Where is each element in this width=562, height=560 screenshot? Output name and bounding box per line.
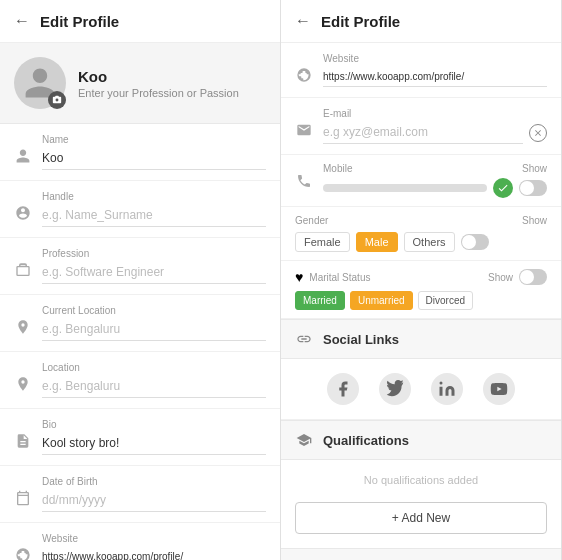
right-gender-show-toggle[interactable] — [461, 234, 489, 250]
profile-info: Koo Enter your Profession or Passion — [78, 68, 239, 99]
pin-icon — [14, 376, 32, 392]
work-experience-section-header: Work Experience — [281, 548, 561, 560]
right-email-icon — [295, 122, 313, 138]
profession-label: Profession — [42, 248, 266, 259]
marital-unmarried-btn[interactable]: Unmarried — [350, 291, 413, 310]
current-location-field-content: Current Location — [42, 305, 266, 341]
camera-badge[interactable] — [48, 91, 66, 109]
globe-icon — [14, 547, 32, 560]
right-mobile-verified-icon — [493, 178, 513, 198]
current-location-input[interactable] — [42, 318, 266, 341]
left-header-title: Edit Profile — [40, 13, 119, 30]
right-email-content: E-mail — [323, 108, 547, 144]
profession-input[interactable] — [42, 261, 266, 284]
facebook-icon[interactable] — [327, 373, 359, 405]
right-gender-buttons: Female Male Others — [295, 232, 455, 252]
qualifications-empty: No qualifications added — [281, 460, 561, 494]
youtube-icon[interactable] — [483, 373, 515, 405]
at-icon — [14, 205, 32, 221]
marital-show-toggle[interactable] — [519, 269, 547, 285]
right-gender-male-btn[interactable]: Male — [356, 232, 398, 252]
profile-tagline: Enter your Profession or Passion — [78, 87, 239, 99]
location-label: Location — [42, 362, 266, 373]
right-globe-icon — [295, 67, 313, 83]
profession-field-row: Profession — [0, 238, 280, 295]
right-website-input[interactable] — [323, 67, 547, 87]
handle-label: Handle — [42, 191, 266, 202]
dob-field-row: Date of Birth — [0, 466, 280, 523]
left-back-button[interactable]: ← — [14, 12, 30, 30]
person-icon — [14, 148, 32, 164]
social-links-section-header: Social Links — [281, 319, 561, 359]
handle-field-row: Handle — [0, 181, 280, 238]
marital-label: Marital Status — [309, 272, 370, 283]
right-email-label: E-mail — [323, 108, 547, 119]
website-input[interactable] — [42, 547, 266, 560]
right-phone-icon — [295, 173, 313, 189]
right-website-label: Website — [323, 53, 547, 64]
dob-input[interactable] — [42, 489, 266, 512]
dob-label: Date of Birth — [42, 476, 266, 487]
education-icon — [295, 431, 313, 449]
right-email-input[interactable] — [323, 121, 523, 144]
bio-input[interactable] — [42, 432, 266, 455]
current-location-label: Current Location — [42, 305, 266, 316]
social-links-row — [281, 359, 561, 420]
right-gender-field-row: Gender Show Female Male Others — [281, 207, 561, 261]
right-website-field-row: Website — [281, 43, 561, 98]
location-input[interactable] — [42, 375, 266, 398]
briefcase-icon — [14, 262, 32, 278]
right-mobile-show-label: Show — [522, 163, 547, 174]
website-field-content: Website — [42, 533, 266, 560]
right-website-content: Website — [323, 53, 547, 87]
left-header: ← Edit Profile — [0, 0, 280, 43]
current-location-field-row: Current Location — [0, 295, 280, 352]
linkedin-icon[interactable] — [431, 373, 463, 405]
right-mobile-label: Mobile — [323, 163, 352, 174]
right-mobile-field-row: Mobile Show — [281, 155, 561, 207]
name-label: Name — [42, 134, 266, 145]
name-input[interactable] — [42, 147, 266, 170]
right-gender-female-btn[interactable]: Female — [295, 232, 350, 252]
profile-section: Koo Enter your Profession or Passion — [0, 43, 280, 124]
handle-field-content: Handle — [42, 191, 266, 227]
avatar-wrap[interactable] — [14, 57, 66, 109]
right-header: ← Edit Profile — [281, 0, 561, 43]
qualifications-add-btn[interactable]: + Add New — [295, 502, 547, 534]
profile-name: Koo — [78, 68, 239, 85]
right-mobile-blurred-value — [323, 184, 487, 192]
profession-field-content: Profession — [42, 248, 266, 284]
marital-show-label: Show — [488, 272, 513, 283]
name-field-row: Name — [0, 124, 280, 181]
right-gender-label: Gender — [295, 215, 328, 226]
qualifications-section-header: Qualifications — [281, 420, 561, 460]
bio-icon — [14, 433, 32, 449]
qualifications-title: Qualifications — [323, 433, 409, 448]
link-icon — [295, 330, 313, 348]
location-field-content: Location — [42, 362, 266, 398]
right-email-field-row: E-mail — [281, 98, 561, 155]
name-field-content: Name — [42, 134, 266, 170]
right-gender-show-label: Show — [522, 215, 547, 226]
left-panel: ← Edit Profile Koo Enter your Profession… — [0, 0, 281, 560]
calendar-icon — [14, 490, 32, 506]
location-field-row: Location — [0, 352, 280, 409]
marital-divorced-btn[interactable]: Divorced — [418, 291, 473, 310]
right-email-clear-icon[interactable] — [529, 124, 547, 142]
right-mobile-show-toggle[interactable] — [519, 180, 547, 196]
marital-buttons: Married Unmarried Divorced — [295, 291, 547, 310]
dob-field-content: Date of Birth — [42, 476, 266, 512]
handle-input[interactable] — [42, 204, 266, 227]
social-links-title: Social Links — [323, 332, 399, 347]
marital-married-btn[interactable]: Married — [295, 291, 345, 310]
twitter-icon[interactable] — [379, 373, 411, 405]
right-gender-others-btn[interactable]: Others — [404, 232, 455, 252]
bio-field-content: Bio — [42, 419, 266, 455]
bio-label: Bio — [42, 419, 266, 430]
location-icon — [14, 319, 32, 335]
right-header-title: Edit Profile — [321, 13, 400, 30]
right-back-button[interactable]: ← — [295, 12, 311, 30]
marital-field-row: ♥ Marital Status Show Married Unmarried … — [281, 261, 561, 319]
bio-field-row: Bio — [0, 409, 280, 466]
right-panel: ← Edit Profile Website E-mail — [281, 0, 562, 560]
